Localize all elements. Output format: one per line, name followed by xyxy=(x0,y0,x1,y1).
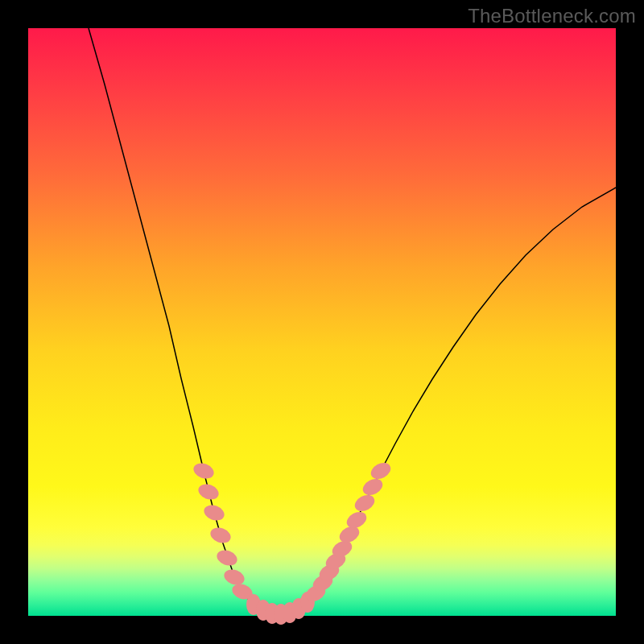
plot-area xyxy=(28,28,616,616)
bead-marker xyxy=(208,525,233,546)
bead-marker xyxy=(360,476,385,498)
bead-marker xyxy=(368,460,393,482)
watermark-text: TheBottleneck.com xyxy=(468,5,636,27)
bead-marker xyxy=(352,492,377,514)
bead-marker xyxy=(202,502,227,523)
bead-markers xyxy=(192,460,394,625)
bead-marker xyxy=(196,481,221,502)
bead-marker xyxy=(215,547,240,568)
chart-frame: TheBottleneck.com xyxy=(0,0,644,644)
bead-marker xyxy=(192,460,217,481)
chart-svg xyxy=(28,28,616,616)
